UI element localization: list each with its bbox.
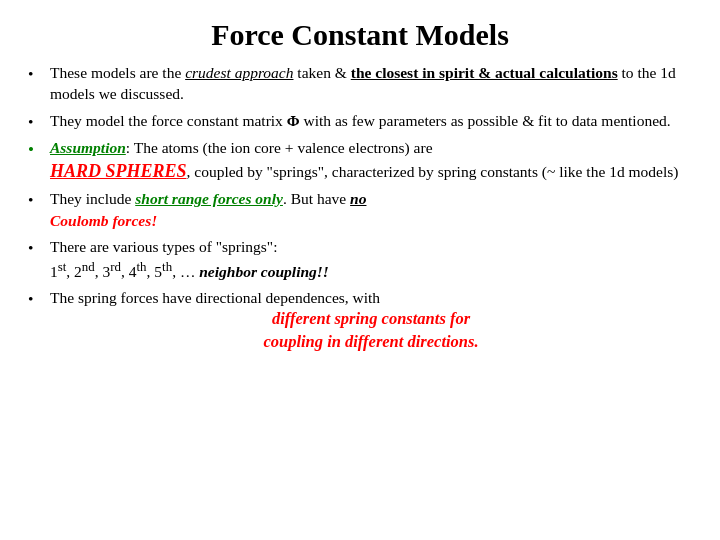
sup-st: st — [58, 258, 67, 273]
bullet-4: • — [28, 188, 50, 210]
phi-symbol: Φ — [287, 112, 300, 129]
coupled-text: , coupled by "springs", characterized by… — [187, 163, 679, 180]
short-range: short range forces only — [135, 190, 283, 207]
sup-rd: rd — [110, 258, 121, 273]
sup-th1: th — [137, 258, 147, 273]
bullet-5-text: There are various types of "springs": 1s… — [50, 236, 692, 282]
bullet-1-text: These models are the crudest approach ta… — [50, 62, 692, 105]
page-title: Force Constant Models — [28, 18, 692, 52]
bullet-3: • — [28, 137, 50, 161]
closest-in-spirit: the closest in spirit & actual calculati… — [351, 64, 618, 81]
neighbor-coupling: neighbor coupling!! — [199, 263, 329, 280]
list-item: • Assumption: The atoms (the ion core + … — [28, 137, 692, 183]
coulomb-forces: Coulomb forces! — [50, 212, 157, 229]
no-text: no — [350, 190, 366, 207]
bullet-2-text: They model the force constant matrix Φ w… — [50, 110, 692, 131]
bullet-6: • — [28, 287, 50, 309]
list-item: • They include short range forces only. … — [28, 188, 692, 231]
hard-spheres: HARD SPHERES — [50, 161, 187, 181]
list-item: • There are various types of "springs": … — [28, 236, 692, 282]
bullet-2: • — [28, 110, 50, 132]
bullet-6-text: The spring forces have directional depen… — [50, 287, 692, 354]
sup-nd: nd — [82, 258, 95, 273]
list-item: • These models are the crudest approach … — [28, 62, 692, 105]
bullet-1: • — [28, 62, 50, 84]
bullet-list: • These models are the crudest approach … — [28, 62, 692, 354]
ordinals-line: 1st, 2nd, 3rd, 4th, 5th, … neighbor coup… — [50, 263, 329, 280]
bullet-4-text: They include short range forces only. Bu… — [50, 188, 692, 231]
list-item: • They model the force constant matrix Φ… — [28, 110, 692, 132]
list-item: • The spring forces have directional dep… — [28, 287, 692, 354]
main-content: • These models are the crudest approach … — [28, 62, 692, 354]
crudest-approach: crudest approach — [185, 64, 293, 81]
diff-spring-line2: coupling in different directions. — [50, 331, 692, 354]
bullet-5: • — [28, 236, 50, 258]
assumption-colon: : The atoms (the ion core + valence elec… — [126, 139, 433, 156]
assumption-label: Assumption — [50, 139, 126, 156]
bullet-3-text: Assumption: The atoms (the ion core + va… — [50, 137, 692, 183]
sup-th2: th — [162, 258, 172, 273]
diff-spring-line1: different spring constants for — [50, 308, 692, 331]
